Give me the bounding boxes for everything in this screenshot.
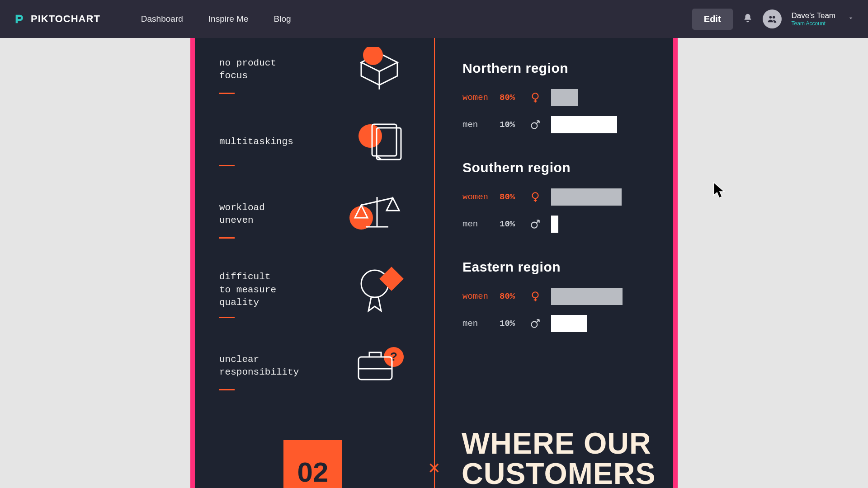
svg-point-2 (363, 47, 383, 65)
chevron-down-icon[interactable] (847, 14, 854, 23)
bar-track (551, 216, 623, 233)
underline (219, 389, 235, 390)
region-title: Northern region (462, 61, 657, 76)
issue-label: unclearresponsibility (219, 353, 319, 379)
stat-pct: 10% (500, 120, 519, 130)
svg-point-1 (772, 16, 775, 19)
bar-track (551, 89, 623, 106)
issue-item: no productfocus (219, 38, 414, 106)
stat-label: men (462, 219, 490, 229)
team-info[interactable]: Dave's Team Team Account (792, 11, 835, 27)
scales-icon (348, 192, 406, 237)
bar-fill (551, 288, 623, 305)
female-icon (529, 191, 541, 203)
nav-inspire-me[interactable]: Inspire Me (208, 14, 249, 24)
issues-column: no productfocus multitaskings workloadun… (219, 38, 414, 402)
male-icon (529, 119, 541, 131)
underline (219, 317, 235, 318)
stat-pct: 80% (500, 291, 519, 301)
bar-track (551, 188, 623, 206)
stat-row-men: men 10% (462, 115, 657, 135)
stat-label: women (462, 192, 490, 202)
logo-icon (14, 13, 26, 25)
underline (219, 93, 235, 94)
section-number: 02 (283, 440, 342, 488)
briefcase-question-icon: ? (352, 343, 406, 389)
main-nav: Dashboard Inspire Me Blog (141, 14, 291, 24)
underline (219, 165, 235, 166)
nav-dashboard[interactable]: Dashboard (141, 14, 183, 24)
infographic-canvas[interactable]: ✕ no productfocus multitaskings (195, 38, 673, 488)
bar-track (551, 288, 623, 305)
notifications-icon[interactable] (743, 13, 753, 25)
cursor-icon (712, 182, 729, 200)
vertical-divider (434, 38, 435, 488)
issue-item: workloaduneven (219, 178, 414, 250)
stat-row-men: men 10% (462, 314, 657, 333)
bar-fill (551, 188, 622, 206)
female-icon (529, 92, 541, 103)
svg-rect-8 (379, 267, 404, 291)
team-name: Dave's Team (792, 11, 835, 20)
stat-pct: 80% (500, 192, 519, 202)
stat-row-women: women 80% (462, 187, 657, 207)
divider-cross-icon: ✕ (428, 459, 440, 477)
stat-label: women (462, 291, 490, 301)
edit-button[interactable]: Edit (692, 9, 733, 30)
region-block: Northern region women 80% men 10% (462, 61, 657, 135)
team-account-label: Team Account (792, 20, 835, 27)
pages-icon (357, 116, 406, 168)
region-title: Southern region (462, 160, 657, 175)
bar-fill (551, 89, 578, 106)
bar-fill (551, 315, 587, 332)
box-icon (352, 47, 406, 92)
bar-track (551, 315, 623, 332)
underline (219, 237, 235, 239)
bar-track (551, 116, 623, 133)
stat-pct: 80% (500, 93, 519, 103)
stat-row-women: women 80% (462, 286, 657, 306)
svg-point-0 (769, 16, 772, 19)
topbar-right: Edit Dave's Team Team Account (692, 9, 854, 30)
region-block: Southern region women 80% men 10% (462, 160, 657, 234)
stat-row-men: men 10% (462, 214, 657, 234)
bar-fill (551, 216, 558, 233)
region-title: Eastern region (462, 259, 657, 275)
svg-point-12 (533, 93, 538, 99)
stat-pct: 10% (500, 219, 519, 229)
issue-label: difficultto measurequality (219, 271, 319, 309)
topbar: PIKTOCHART Dashboard Inspire Me Blog Edi… (0, 0, 868, 38)
issue-label: no productfocus (219, 57, 319, 83)
badge-check-icon (352, 262, 406, 318)
female-icon (529, 291, 541, 302)
issue-label: multitaskings (219, 136, 319, 148)
svg-text:?: ? (390, 350, 397, 363)
male-icon (529, 318, 541, 329)
section-title: WHERE OURCUSTOMERSWANT TO BE (462, 428, 656, 488)
region-block: Eastern region women 80% men 10% (462, 259, 657, 333)
canvas-frame: ✕ no productfocus multitaskings (190, 38, 678, 488)
svg-point-14 (533, 192, 538, 198)
team-avatar[interactable] (763, 9, 782, 28)
brand-logo[interactable]: PIKTOCHART (14, 13, 100, 25)
issue-item: difficultto measurequality (219, 250, 414, 330)
bar-fill (551, 116, 617, 133)
stat-label: men (462, 120, 490, 130)
male-icon (529, 218, 541, 230)
stat-label: men (462, 319, 490, 328)
svg-point-16 (533, 292, 538, 298)
stage: ✕ no productfocus multitaskings (0, 38, 868, 488)
stat-label: women (462, 93, 490, 103)
issue-label: workloaduneven (219, 202, 319, 227)
regions-column: Northern region women 80% men 10% (462, 61, 657, 359)
issue-item: unclearresponsibility ? (219, 330, 414, 402)
stat-pct: 10% (500, 319, 519, 328)
people-icon (767, 14, 777, 24)
issue-item: multitaskings (219, 106, 414, 178)
brand-name: PIKTOCHART (31, 13, 100, 25)
nav-blog[interactable]: Blog (274, 14, 291, 24)
stat-row-women: women 80% (462, 88, 657, 108)
